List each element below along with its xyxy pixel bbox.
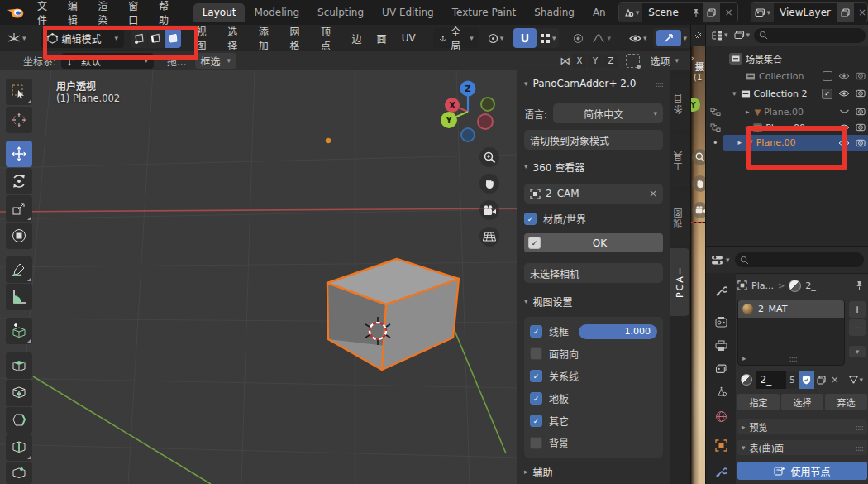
tool-inset[interactable] (6, 380, 32, 406)
properties-search-input[interactable] (735, 252, 864, 267)
orientation-dropdown[interactable]: 全局 ▾ (433, 28, 479, 48)
pin-icon[interactable] (689, 8, 703, 17)
viewlayer-name[interactable]: ViewLayer (774, 7, 837, 18)
eye-icon[interactable] (838, 123, 850, 132)
mirror-z-toggle[interactable]: Z (603, 54, 618, 68)
workspace-tab-modeling[interactable]: Modeling (245, 3, 308, 22)
list-grip-icon[interactable]: :::: (789, 354, 797, 363)
tab-world-icon[interactable] (706, 405, 736, 427)
clear-camera-icon[interactable]: × (649, 188, 657, 199)
fake-user-shield-icon[interactable] (799, 371, 814, 389)
scene-name[interactable]: Scene (642, 7, 689, 18)
tool-extrude[interactable] (6, 352, 32, 379)
camera-icon[interactable] (856, 123, 866, 132)
menu-window[interactable]: 窗口 (121, 0, 151, 26)
preview-section-header[interactable]: ▸ 预览 :::: (737, 419, 867, 434)
expand-icon[interactable]: ▸ (738, 139, 742, 146)
tab-tool-icon[interactable] (706, 280, 736, 301)
select-tool-dropdown[interactable]: 框选 ▾ (195, 53, 237, 69)
floor-checkbox[interactable]: ✓ (530, 392, 542, 405)
outliner-row-collection2[interactable]: ▾ Collection 2 ✓ (706, 86, 868, 101)
strip-camera-icon[interactable] (692, 202, 706, 218)
tab-object-icon[interactable] (706, 434, 736, 456)
menu-add[interactable]: 添加 (251, 24, 283, 52)
camera-strip-viewport[interactable]: › 摄 (1 Y (690, 25, 706, 484)
exclude-checkbox-checked[interactable]: ✓ (822, 89, 832, 99)
camera-icon[interactable] (856, 89, 866, 98)
camera-view-icon[interactable] (479, 200, 499, 220)
edge-select-icon[interactable] (148, 28, 164, 48)
users-count-badge[interactable]: 5 (786, 371, 799, 389)
eye-closed-icon[interactable] (839, 108, 850, 115)
other-checkbox[interactable]: ✓ (530, 415, 542, 427)
tool-cursor[interactable] (6, 107, 32, 133)
breadcrumb-object[interactable]: Pla... (751, 280, 774, 291)
snap-base-icon[interactable] (626, 54, 640, 68)
menu-view[interactable]: 视图 (189, 24, 221, 52)
background-checkbox[interactable] (530, 437, 542, 449)
menu-edge[interactable]: 边 (345, 31, 370, 46)
tab-render-icon[interactable] (706, 311, 736, 333)
language-dropdown[interactable]: 简体中文 ▾ (553, 103, 663, 123)
use-nodes-button[interactable]: 使用节点 (737, 462, 867, 480)
pin-icon[interactable] (855, 280, 864, 290)
eye-icon[interactable] (838, 89, 850, 98)
eye-icon[interactable] (838, 139, 850, 147)
viewlayer-icon[interactable]: ▾ (751, 3, 775, 22)
pivot-point-button[interactable]: ▾ (484, 28, 508, 48)
vertex-select-icon[interactable] (131, 28, 146, 48)
tab-output-icon[interactable] (706, 335, 736, 357)
add-slot-button[interactable]: + (849, 301, 866, 318)
outliner-row-collection[interactable]: Collection (706, 69, 868, 84)
copy-datablock-icon[interactable] (814, 371, 829, 389)
new-scene-icon[interactable] (703, 3, 720, 22)
menu-face[interactable]: 面 (370, 31, 394, 46)
show-gizmo-button[interactable]: ▾ (626, 28, 651, 48)
menu-mesh[interactable]: 网格 (282, 24, 313, 52)
menu-render[interactable]: 渲染 (90, 0, 121, 26)
scene-icon[interactable]: ▾ (619, 3, 643, 22)
face-select-icon[interactable] (165, 28, 180, 48)
outliner-row-plane2[interactable]: ▸ ▼ Plane.00 (706, 120, 868, 135)
exclude-checkbox[interactable] (823, 71, 832, 81)
tab-modifiers-icon[interactable] (706, 461, 736, 482)
menu-file[interactable]: 文件 (30, 0, 60, 26)
workspace-tab-sculpting[interactable]: Sculpting (308, 3, 373, 22)
material-slot-list[interactable]: 2_MAT ▸ :::: (737, 300, 845, 366)
list-expand-icon[interactable]: ▸ (742, 355, 746, 362)
mesh-data-dropdown[interactable]: ▾ (845, 371, 867, 389)
outliner-display-mode-button[interactable]: ▾ (709, 29, 730, 42)
switch-mode-button[interactable]: 请切换到对象模式 (524, 130, 663, 150)
select-button[interactable]: 选择 (781, 394, 823, 410)
new-viewlayer-icon[interactable] (837, 3, 854, 22)
menu-edit[interactable]: 编辑 (60, 0, 91, 26)
workspace-tab-texture-paint[interactable]: Texture Paint (443, 3, 525, 22)
eye-icon[interactable] (838, 72, 850, 80)
proportional-falloff-button[interactable]: ▾ (589, 28, 614, 48)
unlink-datablock-icon[interactable]: × (829, 371, 841, 389)
menu-uv[interactable]: UV (394, 32, 423, 44)
viewer-section-header[interactable]: ▾ 360 查看器 (524, 160, 663, 174)
tab-tool[interactable]: 工具 (670, 134, 689, 187)
workspace-tab-shading[interactable]: Shading (525, 3, 584, 22)
move-view-icon[interactable] (479, 174, 499, 194)
surface-section-header[interactable]: ▾ 表(曲)面 :::: (737, 440, 867, 455)
slot-specials-button[interactable]: ▾ (849, 346, 866, 357)
menu-vertex[interactable]: 顶点 (313, 24, 345, 52)
remove-viewlayer-icon[interactable]: × (854, 7, 868, 18)
no-camera-button[interactable]: 未选择相机 (524, 263, 663, 283)
workspace-tab-layout[interactable]: Layout (193, 3, 246, 22)
editor-type-button[interactable]: ▾ (4, 28, 30, 48)
tab-pca[interactable]: PCA+ (670, 248, 689, 316)
tool-measure[interactable] (6, 284, 32, 310)
relationship-checkbox[interactable]: ✓ (530, 370, 542, 382)
tool-loop-cut[interactable] (6, 434, 32, 461)
tool-bevel[interactable] (6, 407, 32, 434)
tool-scale[interactable] (6, 195, 32, 222)
unlink-scene-icon[interactable]: × (720, 7, 737, 18)
expand-icon[interactable]: ▾ (732, 90, 737, 98)
toggle-projection-icon[interactable] (479, 227, 499, 247)
mode-dropdown[interactable]: 编辑模式 ▾ (41, 28, 125, 48)
scene-selector[interactable]: ▾ Scene × (618, 2, 738, 22)
tool-annotate[interactable] (6, 256, 32, 283)
